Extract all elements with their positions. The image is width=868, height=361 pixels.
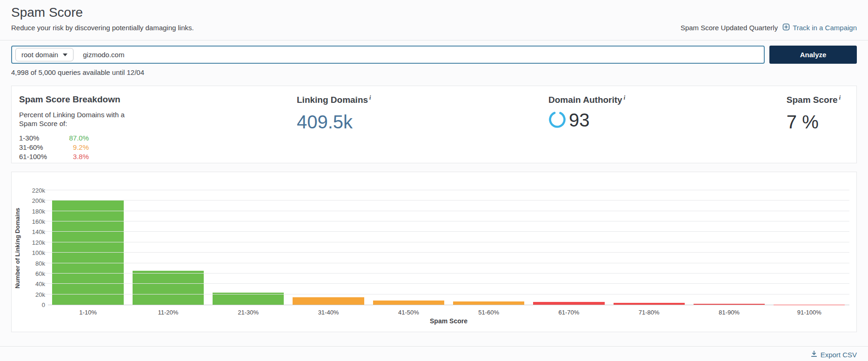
breakdown-value: 9.2%	[73, 143, 89, 152]
spam-score-page: Spam Score Reduce your risk by discoveri…	[0, 0, 868, 361]
breakdown-column: Spam Score Breakdown Percent of Linking …	[19, 94, 297, 163]
bar-slot	[609, 191, 689, 305]
updated-quarterly-note: Spam Score Updated Quarterly	[681, 24, 778, 32]
export-csv-label: Export CSV	[821, 351, 857, 359]
chevron-down-icon	[63, 53, 67, 56]
search-row: root domain Analyze	[11, 46, 857, 64]
domain-authority-value: 93	[569, 110, 590, 131]
y-tick-label: 120k	[32, 239, 45, 246]
y-tick-label: 20k	[35, 291, 45, 298]
bar-slot	[368, 191, 448, 305]
linking-domains-value: 409.5k	[297, 112, 548, 133]
breakdown-range: 31-60%	[19, 143, 43, 152]
gridline	[44, 231, 849, 232]
gridline	[44, 263, 849, 263]
linking-domains-column: Linking Domainsi 409.5k	[297, 94, 548, 163]
breakdown-row-low: 1-30% 87.0%	[19, 134, 89, 143]
gridline	[44, 221, 849, 221]
info-icon[interactable]: i	[369, 94, 371, 101]
page-title: Spam Score	[11, 5, 194, 20]
plot-row: Number of Linking Domains 020k40k60k80k1…	[12, 191, 856, 305]
breakdown-title: Spam Score Breakdown	[19, 94, 297, 105]
x-tick-label: 51-60%	[448, 309, 528, 316]
page-subtitle: Reduce your risk by discovering potentia…	[11, 23, 194, 33]
scope-dropdown-label: root domain	[21, 51, 58, 59]
bars-container	[48, 191, 849, 305]
x-tick-label: 91-100%	[769, 309, 849, 316]
chart-bar-81-90%	[694, 304, 765, 305]
y-tick-label: 100k	[32, 249, 45, 256]
quota-note: 4,998 of 5,000 queries available until 1…	[11, 68, 857, 76]
add-to-campaign-icon	[782, 23, 790, 32]
track-in-campaign-link[interactable]: Track in a Campaign	[782, 23, 857, 32]
x-tick-label: 31-40%	[288, 309, 368, 316]
track-in-campaign-label: Track in a Campaign	[793, 24, 857, 32]
footer: Export CSV	[0, 346, 868, 359]
spam-score-value: 7 %	[787, 112, 841, 133]
chart-bar-11-20%	[133, 271, 204, 305]
breakdown-row-mid: 31-60% 9.2%	[19, 143, 89, 152]
x-axis-title: Spam Score	[48, 317, 849, 325]
domain-authority-label: Domain Authorityi	[548, 94, 744, 105]
spam-score-column: Spam Scorei 7 %	[787, 94, 847, 163]
bar-slot	[128, 191, 208, 305]
chart-bar-61-70%	[533, 302, 604, 305]
chart-bar-51-60%	[453, 301, 524, 305]
x-tick-label: 11-20%	[128, 309, 208, 316]
domain-authority-column: Domain Authorityi 93	[548, 94, 744, 163]
header-divider	[0, 40, 868, 40]
plot-area	[48, 191, 849, 305]
export-csv-link[interactable]: Export CSV	[811, 350, 857, 359]
gridline	[44, 273, 849, 274]
info-icon[interactable]: i	[624, 94, 625, 101]
download-icon	[811, 350, 817, 359]
y-tick-label: 180k	[32, 208, 45, 215]
domain-authority-value-wrap: 93	[548, 110, 744, 131]
x-tick-label: 21-30%	[208, 309, 288, 316]
breakdown-description: Percent of Linking Domains with a Spam S…	[19, 110, 131, 128]
bar-slot	[288, 191, 368, 305]
breakdown-rows: 1-30% 87.0% 31-60% 9.2% 61-100% 3.8%	[19, 134, 297, 161]
y-axis-title: Number of Linking Domains	[12, 191, 23, 305]
chart-card: Number of Linking Domains 020k40k60k80k1…	[11, 172, 857, 332]
gridline	[44, 211, 849, 211]
breakdown-value: 87.0%	[69, 134, 89, 143]
bar-slot	[208, 191, 288, 305]
breakdown-value: 3.8%	[73, 152, 89, 161]
info-icon[interactable]: i	[839, 94, 841, 101]
metrics-card: Spam Score Breakdown Percent of Linking …	[11, 86, 857, 163]
analyze-button[interactable]: Analyze	[769, 46, 857, 64]
gridline	[44, 294, 849, 294]
domain-authority-gauge-icon	[548, 111, 566, 130]
linking-domains-label: Linking Domainsi	[297, 94, 548, 105]
search-input[interactable]	[73, 51, 764, 59]
bar-slot	[448, 191, 528, 305]
spam-score-label: Spam Scorei	[787, 94, 841, 105]
x-tick-label: 71-80%	[609, 309, 689, 316]
chart-bar-31-40%	[293, 297, 364, 305]
chart-bar-21-30%	[213, 293, 284, 305]
chart-bar-71-80%	[614, 303, 685, 305]
x-tick-label: 81-90%	[689, 309, 769, 316]
breakdown-range: 61-100%	[19, 152, 47, 161]
y-tick-label: 200k	[32, 197, 45, 204]
y-tick-label: 0	[42, 301, 45, 308]
gridline	[44, 252, 849, 253]
x-tick-label: 1-10%	[48, 309, 128, 316]
y-tick-label: 40k	[35, 281, 45, 287]
y-tick-label: 80k	[35, 260, 45, 267]
x-tick-label: 41-50%	[368, 309, 448, 316]
gridline	[44, 190, 849, 190]
scope-dropdown[interactable]: root domain	[15, 48, 73, 61]
x-tick-label: 61-70%	[529, 309, 609, 316]
y-tick-label: 160k	[32, 218, 45, 225]
y-tick-label: 140k	[32, 228, 45, 235]
gridline	[44, 283, 849, 284]
header-right: Spam Score Updated Quarterly Track in a …	[681, 23, 857, 33]
x-axis-labels: 1-10%11-20%21-30%31-40%41-50%51-60%61-70…	[48, 305, 849, 316]
bar-slot	[769, 191, 849, 305]
header: Spam Score Reduce your risk by discoveri…	[0, 0, 868, 33]
bar-slot	[48, 191, 128, 305]
breakdown-range: 1-30%	[19, 134, 39, 143]
gridline	[44, 242, 849, 242]
